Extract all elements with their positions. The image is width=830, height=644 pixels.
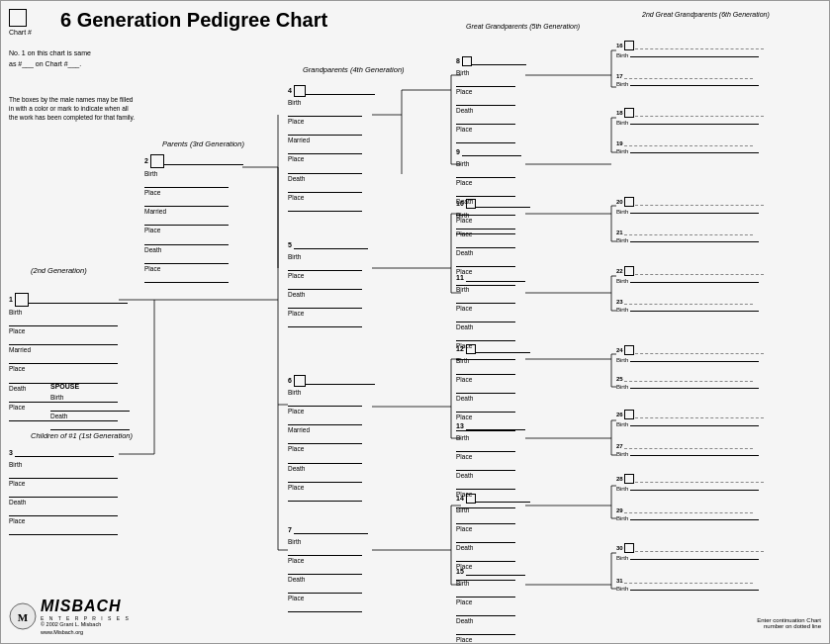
person-4-death-line <box>288 186 362 193</box>
person-31-birth-line <box>630 584 759 591</box>
person-27-num: 27 <box>616 443 623 449</box>
continuation-note: Enter continuation Chart number on dotte… <box>757 617 821 629</box>
person-30-box <box>624 543 634 553</box>
person-11-place1: Place <box>456 304 525 313</box>
person-2-place3-line <box>144 276 229 283</box>
person-16-birth-line <box>630 50 759 57</box>
person-29-name-line <box>624 506 753 513</box>
person-14-birth-line <box>456 517 515 524</box>
person-6-place3-line <box>288 495 362 502</box>
person-22-name-line <box>635 268 764 275</box>
person-2-place2-line <box>144 238 229 245</box>
chart-number-label: Chart # <box>9 29 32 36</box>
person-3-place1-line <box>9 491 118 498</box>
person-4-married: Married <box>288 136 375 144</box>
person-10-place1-line <box>456 241 515 248</box>
person-2-birth: Birth <box>144 169 243 178</box>
person-14-name-line <box>476 496 530 503</box>
person-15-num: 15 <box>456 567 464 578</box>
person-15-place2: Place <box>456 635 525 644</box>
person-7-name-line <box>294 527 368 534</box>
person-26-birth-label: Birth <box>616 421 628 427</box>
desc-box: The boxes by the male names may be fille… <box>9 95 138 122</box>
person-4-birth-line <box>288 110 362 117</box>
person-25-birth-label: Birth <box>616 384 628 390</box>
person-16-box <box>624 41 634 50</box>
person-20-box <box>624 197 634 207</box>
person-25-name-line <box>624 375 753 382</box>
person-27: 27 Birth <box>616 442 759 457</box>
person-11-name-line <box>466 275 525 282</box>
person-20: 20 Birth <box>616 197 764 215</box>
person-7: 7 Birth Place Death Place <box>288 525 368 612</box>
person-24-birth-label: Birth <box>616 357 628 363</box>
person-22-num: 22 <box>616 268 623 274</box>
person-2-death: Death <box>144 245 243 254</box>
person-7-place2-line <box>288 605 362 612</box>
person-31-birth-label: Birth <box>616 586 628 592</box>
person-2-box <box>150 154 164 168</box>
person-16: 16 Birth <box>616 41 764 58</box>
person-16-birth-label: Birth <box>616 52 628 58</box>
no1-text: No. 1 on this chart is same <box>9 48 91 59</box>
person-26-birth-line <box>630 419 759 426</box>
person-4-place1: Place <box>288 117 375 126</box>
gen4-label: Grandparents (4th Generation) <box>303 65 405 74</box>
person-29-birth-label: Birth <box>616 515 628 521</box>
person-4-place3: Place <box>288 193 375 202</box>
person-30-name-line <box>635 545 764 552</box>
person-23-birth-line <box>630 305 759 312</box>
person-3-death-line <box>9 509 118 516</box>
person-5-place2: Place <box>288 309 368 318</box>
person-8-name-line <box>472 58 526 65</box>
person-30-birth-line <box>630 553 759 560</box>
children-label: Children of #1 (1st Generation) <box>31 431 133 440</box>
person-18-num: 18 <box>616 110 623 116</box>
person-9-place1: Place <box>456 178 521 187</box>
person-11-num: 11 <box>456 273 464 284</box>
person-1-place1: Place <box>9 326 128 335</box>
person-7-death: Death <box>288 575 368 584</box>
person-2-married-line <box>144 219 229 226</box>
pedigree-chart: Chart # 6 Generation Pedigree Chart Grea… <box>0 0 830 644</box>
person-22-box <box>624 266 634 276</box>
person-29-num: 29 <box>616 507 623 513</box>
person-14-place1: Place <box>456 524 530 533</box>
person-29-birth-line <box>630 513 759 520</box>
person-15-birth: Birth <box>456 579 525 588</box>
person-4-place2: Place <box>288 154 375 163</box>
person-15-place1-line <box>456 609 515 616</box>
person-10-death-line <box>456 260 515 267</box>
logo-text-area: MISBACH E N T E R P R I S E S © 2002 Gra… <box>41 598 131 635</box>
child-lines <box>9 506 118 510</box>
person-28-num: 28 <box>616 476 623 482</box>
person-14-death: Death <box>456 543 530 552</box>
person-6-married: Married <box>288 425 375 434</box>
person-3-place2: Place <box>9 516 118 525</box>
person-2-place2: Place <box>144 226 243 234</box>
person-31-name-line <box>624 577 753 584</box>
person-19: 19 Birth <box>616 139 759 154</box>
person-8-box <box>462 56 472 66</box>
person-26-num: 26 <box>616 412 623 417</box>
person-25: 25 Birth <box>616 375 759 390</box>
person-6-name-line <box>306 378 375 385</box>
person-8-death: Death <box>456 106 526 115</box>
person-10-death: Death <box>456 248 530 257</box>
person-23-birth-label: Birth <box>616 307 628 313</box>
person-5-name-line <box>294 242 368 249</box>
person-23-num: 23 <box>616 299 623 305</box>
person-12-place1-line <box>456 387 515 394</box>
person-5-birth-line <box>288 264 362 271</box>
person-12-num: 12 <box>456 344 464 355</box>
person-7-death-line <box>288 587 362 594</box>
person-8: 8 Birth Place Death Place <box>456 56 526 143</box>
person-4: 4 Birth Place Married Place Death Place <box>288 85 375 212</box>
chart-number: Chart # <box>9 9 32 36</box>
person-5-death-line <box>288 302 362 309</box>
person-6-place3: Place <box>288 483 375 492</box>
logo-brand: MISBACH <box>41 598 131 615</box>
person-1-box <box>15 293 29 307</box>
person-8-birth: Birth <box>456 68 526 77</box>
logo-copyright: © 2002 Grant L. Misbach <box>41 621 131 629</box>
